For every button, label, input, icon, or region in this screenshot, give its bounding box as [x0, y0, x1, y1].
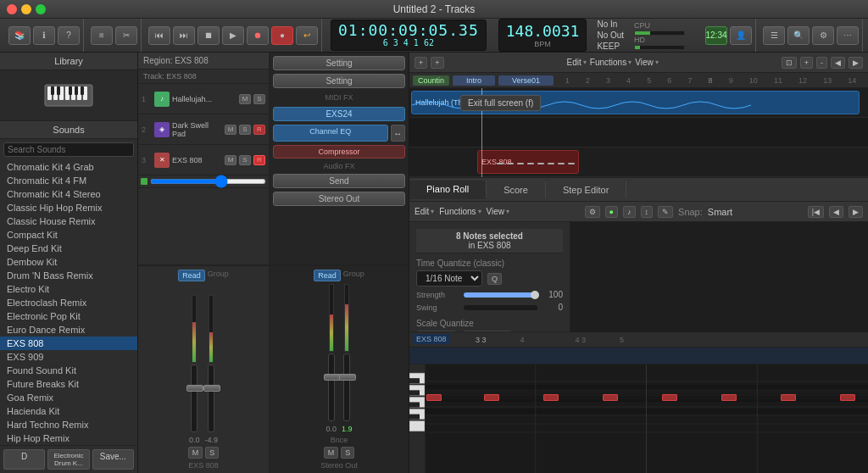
channel-eq-plugin[interactable]: Channel EQ	[273, 125, 388, 142]
setting-button[interactable]: Setting	[273, 56, 405, 70]
library-item[interactable]: Hard Techno Remix	[0, 418, 137, 431]
mixer-button[interactable]: ≡	[91, 26, 113, 45]
fader-handle-left[interactable]	[186, 385, 203, 392]
fader-track-right2[interactable]	[343, 353, 350, 421]
library-item[interactable]: Euro Dance Remix	[0, 323, 137, 337]
track-rec-button[interactable]: R	[253, 155, 265, 165]
library-item[interactable]: Chromatic Kit 4 FM	[0, 174, 137, 187]
lib-save-button[interactable]: Save...	[92, 449, 134, 470]
read-button-left[interactable]: Read	[178, 270, 205, 281]
help-button[interactable]: ?	[58, 26, 80, 45]
library-item[interactable]: Electro Kit	[0, 282, 137, 296]
settings-button[interactable]: ⚙	[812, 26, 834, 45]
cycle-button[interactable]: ↩	[296, 26, 318, 45]
play-button[interactable]: ▶	[222, 26, 244, 45]
zoom-out-button[interactable]: -	[816, 57, 827, 69]
fader-track-left2[interactable]	[328, 353, 335, 421]
strength-slider[interactable]	[464, 292, 537, 298]
pr-zoom-2[interactable]: ◀	[829, 206, 843, 218]
track-solo-button[interactable]: S	[239, 155, 251, 165]
track-rec-button[interactable]: R	[253, 125, 265, 135]
user-button[interactable]: 👤	[730, 26, 752, 45]
clock-button[interactable]: 12:34	[705, 26, 727, 45]
lib-electronic-button[interactable]: Electronic Drum K...	[47, 449, 89, 470]
pr-settings-button[interactable]: ⚙	[585, 206, 600, 218]
library-item[interactable]: Hip Hop Remix	[0, 431, 137, 445]
library-item[interactable]: Electroclash Remix	[0, 296, 137, 309]
note-2[interactable]	[484, 394, 499, 401]
bpm-display[interactable]: 148.0031 BPM	[498, 19, 587, 52]
scroll-left-button[interactable]: ◀	[831, 57, 845, 69]
stereo-out-button[interactable]: Stereo Out	[273, 192, 405, 206]
s-button[interactable]: S	[205, 447, 219, 459]
functions-dropdown[interactable]: Functions	[590, 58, 632, 67]
record-arm-button[interactable]: ⏺	[247, 26, 269, 45]
library-item[interactable]: Hacienda Kit	[0, 404, 137, 418]
edit-dropdown[interactable]: Edit	[567, 58, 587, 67]
library-item[interactable]: EXS 909	[0, 350, 137, 364]
search-button[interactable]: 🔍	[787, 26, 810, 45]
scroll-right-button[interactable]: ▶	[849, 57, 863, 69]
list-view-button[interactable]: ☰	[763, 26, 785, 45]
pr-functions-dropdown[interactable]: Functions	[439, 207, 481, 216]
pr-pencil-button[interactable]: ✎	[658, 206, 673, 218]
note-6[interactable]	[721, 394, 737, 401]
pr-color-button[interactable]: ●	[605, 206, 618, 218]
rewind-button[interactable]: ⏮	[148, 26, 170, 45]
zoom-in-button[interactable]: +	[800, 57, 813, 69]
library-item[interactable]: Dembow Kit	[0, 255, 137, 269]
go-start-button[interactable]: ⏹	[198, 26, 220, 45]
maximize-button[interactable]	[36, 4, 46, 14]
expand-plugin-button[interactable]: ↔	[391, 125, 405, 142]
more-button[interactable]: ⋯	[837, 26, 859, 45]
fader-handle-right[interactable]	[203, 385, 220, 392]
track-mute-button[interactable]: M	[239, 94, 251, 104]
note-8[interactable]	[840, 394, 855, 401]
fader-track-right[interactable]	[208, 364, 214, 432]
library-item[interactable]: Drum 'N Bass Remix	[0, 269, 137, 282]
note-4[interactable]	[603, 394, 618, 401]
arr-add-button[interactable]: +	[431, 57, 443, 69]
lib-d-button[interactable]: D	[3, 449, 45, 470]
library-button[interactable]: 📚	[8, 26, 31, 45]
pr-zoom-3[interactable]: ▶	[849, 206, 863, 218]
library-item[interactable]: Deep End Kit	[0, 242, 137, 255]
library-item[interactable]: Goa Remix	[0, 391, 137, 404]
note-3[interactable]	[543, 394, 559, 401]
track-solo-button[interactable]: S	[239, 125, 251, 135]
swing-slider[interactable]	[464, 305, 537, 310]
send-button[interactable]: Send	[273, 174, 405, 188]
s-button2[interactable]: S	[341, 447, 354, 459]
library-item[interactable]: Future Breaks Kit	[0, 377, 137, 391]
add-track-button[interactable]: +	[415, 57, 427, 69]
track-mute-button[interactable]: M	[225, 125, 236, 135]
library-item[interactable]: Electronic Pop Kit	[0, 309, 137, 323]
note-dropdown[interactable]: 1/16 Note	[416, 270, 482, 287]
pr-view-dropdown[interactable]: View	[487, 207, 510, 216]
library-item[interactable]: Chromatic Kit 4 Stereo	[0, 187, 137, 201]
eq-button[interactable]: Setting	[273, 74, 405, 88]
track-solo-button[interactable]: S	[253, 94, 265, 104]
compressor-plugin[interactable]: Compressor	[273, 145, 405, 159]
pr-zoom-1[interactable]: |◀	[808, 206, 824, 218]
search-box[interactable]	[0, 139, 137, 160]
pr-edit-dropdown[interactable]: Edit	[415, 207, 434, 216]
minimize-button[interactable]	[21, 4, 31, 14]
note-5[interactable]	[662, 394, 677, 401]
q-button[interactable]: Q	[487, 273, 502, 285]
library-item[interactable]: Found Sound Kit	[0, 364, 137, 377]
library-item[interactable]: Chromatic Kit 4 Grab	[0, 160, 137, 174]
library-item[interactable]: EXS 808	[0, 337, 137, 350]
tab-score[interactable]: Score	[487, 181, 546, 198]
scissors-button[interactable]: ✂	[115, 26, 137, 45]
library-item[interactable]: Classic House Remix	[0, 214, 137, 228]
record-button[interactable]: ●	[271, 26, 293, 45]
fader-handle-left2[interactable]	[324, 374, 341, 381]
m-button2[interactable]: M	[324, 447, 339, 459]
read-button-right[interactable]: Read	[314, 270, 341, 281]
tab-step-editor[interactable]: Step Editor	[546, 181, 626, 198]
zoom-fit-button[interactable]: ⊡	[782, 57, 797, 69]
library-item[interactable]: Compact Kit	[0, 228, 137, 242]
fast-forward-button[interactable]: ⏭	[173, 26, 195, 45]
track-mute-button[interactable]: M	[225, 155, 236, 165]
